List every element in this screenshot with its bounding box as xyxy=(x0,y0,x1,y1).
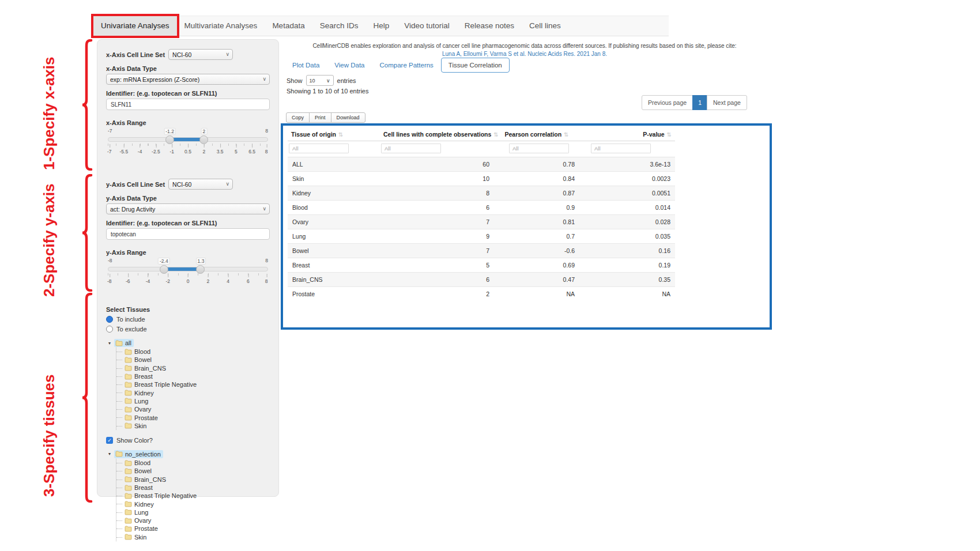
radio-to-include[interactable]: To include xyxy=(106,316,270,323)
table-row[interactable]: Skin100.840.0023 xyxy=(288,172,675,186)
folder-icon xyxy=(125,422,132,429)
sort-icon[interactable]: ⇅ xyxy=(667,131,672,138)
slider-track[interactable] xyxy=(108,137,268,142)
tab-tissue-correlation[interactable]: Tissue Correlation xyxy=(441,58,510,73)
tree-item[interactable]: Lung xyxy=(116,397,270,405)
table-row[interactable]: Prostate2NANA xyxy=(288,287,675,301)
tree-item[interactable]: Blood xyxy=(116,459,270,467)
table-row[interactable]: Bowel7-0.60.16 xyxy=(288,244,675,258)
tissue-correlation-table: Tissue of origin⇅ Cell lines with comple… xyxy=(288,127,675,301)
checkbox-checked-icon: ✓ xyxy=(106,437,113,444)
tree-item[interactable]: Lung xyxy=(116,508,270,516)
nav-cell-lines[interactable]: Cell lines xyxy=(522,16,568,36)
filter-tissue-input[interactable] xyxy=(289,144,349,153)
table-row[interactable]: Brain_CNS60.470.35 xyxy=(288,273,675,287)
nav-help[interactable]: Help xyxy=(365,16,397,36)
nav-univariate-analyses[interactable]: Univariate Analyses xyxy=(93,16,177,36)
x-cell-line-set-select[interactable]: NCI-60 ∨ xyxy=(168,49,233,60)
col-header-pvalue[interactable]: P-value⇅ xyxy=(579,127,675,141)
top-nav: Univariate Analyses Multivariate Analyse… xyxy=(92,16,669,36)
col-header-pearson[interactable]: Pearson correlation⇅ xyxy=(494,127,579,141)
nav-video-tutorial[interactable]: Video tutorial xyxy=(397,16,457,36)
folder-icon xyxy=(125,382,132,388)
table-row[interactable]: Blood60.90.014 xyxy=(288,201,675,215)
tree-item[interactable]: Kidney xyxy=(116,500,270,508)
nav-multivariate-analyses[interactable]: Multivariate Analyses xyxy=(177,16,265,36)
x-data-type-select[interactable]: exp: mRNA Expression (Z-Score) ∨ xyxy=(106,74,270,85)
tree-item[interactable]: Prostate xyxy=(116,524,270,533)
tree-item[interactable]: Prostate xyxy=(116,413,270,421)
radio-to-exclude[interactable]: To exclude xyxy=(106,326,270,333)
slider-handle-low[interactable] xyxy=(165,135,174,144)
col-header-tissue[interactable]: Tissue of origin⇅ xyxy=(288,127,380,141)
slider-tick-labels: -7 -5.5 -4 -2.5 -1 0.5 2 3.5 5 6.5 8 xyxy=(108,149,268,156)
tree-item[interactable]: Breast Triple Negative xyxy=(116,380,270,388)
nav-search-ids[interactable]: Search IDs xyxy=(312,16,366,36)
caret-down-icon[interactable]: ▾ xyxy=(107,341,112,346)
tree-root-no-selection[interactable]: ▾ no_selection xyxy=(107,450,270,459)
y-data-type-select[interactable]: act: Drug Activity ∨ xyxy=(106,203,270,214)
tree-item[interactable]: Brain_CNS xyxy=(116,475,270,484)
folder-icon xyxy=(125,460,132,466)
y-cell-line-set-select[interactable]: NCI-60 ∨ xyxy=(168,179,233,190)
filter-pearson-input[interactable] xyxy=(509,144,569,153)
entries-count-select[interactable]: 10 ∨ xyxy=(306,75,334,86)
tree-item[interactable]: Breast xyxy=(116,372,270,380)
tree-item[interactable]: Blood xyxy=(116,348,270,356)
show-color-checkbox[interactable]: ✓ Show Color? xyxy=(106,437,270,444)
slider-handle-high[interactable] xyxy=(199,135,208,144)
print-button[interactable]: Print xyxy=(309,112,331,123)
filter-cell-lines-input[interactable] xyxy=(381,144,441,153)
x-identifier-input[interactable] xyxy=(106,99,270,110)
y-axis-range-slider[interactable]: -8 8 -2.4 1.3 -8 -6 -4 -2 0 2 4 6 8 xyxy=(108,258,268,291)
citation-link[interactable]: Luna A, Elloumi F, Varma S et al. Nuclei… xyxy=(442,51,607,57)
download-button[interactable]: Download xyxy=(331,112,365,123)
tree-item[interactable]: Breast xyxy=(116,484,270,492)
slider-handle-low[interactable] xyxy=(160,265,168,274)
tree-item[interactable]: Brain_CNS xyxy=(116,364,270,372)
tree-item[interactable]: Skin xyxy=(116,533,270,541)
y-identifier-input[interactable] xyxy=(106,228,270,240)
tree-item[interactable]: Kidney xyxy=(116,388,270,397)
nav-metadata[interactable]: Metadata xyxy=(265,16,312,36)
tree-root-all[interactable]: ▾ all xyxy=(107,338,270,348)
tree-item[interactable]: Skin xyxy=(116,422,270,430)
slider-value-low: -1.2 xyxy=(164,128,176,135)
caret-down-icon[interactable]: ▾ xyxy=(107,451,112,456)
copy-button[interactable]: Copy xyxy=(286,112,310,123)
folder-icon xyxy=(125,534,132,540)
sort-icon[interactable]: ⇅ xyxy=(338,131,343,138)
previous-page-button[interactable]: Previous page xyxy=(642,95,693,110)
tab-plot-data[interactable]: Plot Data xyxy=(285,58,327,72)
tab-compare-patterns[interactable]: Compare Patterns xyxy=(372,58,441,72)
annotation-step3: 3-Specify tissues xyxy=(40,375,58,497)
tab-view-data[interactable]: View Data xyxy=(327,58,372,72)
tree-item[interactable]: Ovary xyxy=(116,516,270,524)
brace-step2 xyxy=(81,174,93,292)
tree-item[interactable]: Breast Triple Negative xyxy=(116,492,270,500)
page-1-button[interactable]: 1 xyxy=(692,95,707,110)
folder-icon xyxy=(125,390,132,396)
sort-icon[interactable]: ⇅ xyxy=(564,131,568,138)
showing-entries-text: Showing 1 to 10 of 10 entries xyxy=(287,88,368,95)
table-row[interactable]: Breast50.690.19 xyxy=(288,258,675,273)
sort-icon[interactable]: ⇅ xyxy=(493,131,498,138)
next-page-button[interactable]: Next page xyxy=(707,95,747,110)
citation-text: CellMinerCDB enables exploration and ana… xyxy=(300,42,749,50)
filter-pvalue-input[interactable] xyxy=(591,144,651,153)
tree-item[interactable]: Ovary xyxy=(116,405,270,413)
tree-item[interactable]: Bowel xyxy=(116,356,270,364)
col-header-cell-lines[interactable]: Cell lines with complete observations⇅ xyxy=(380,127,494,141)
slider-track[interactable] xyxy=(108,267,268,271)
nav-release-notes[interactable]: Release notes xyxy=(457,16,522,36)
x-axis-range-slider[interactable]: -7 8 -1.2 2 -7 -5.5 -4 -2.5 -1 0.5 2 3.5… xyxy=(108,128,268,161)
table-row[interactable]: Kidney80.870.0051 xyxy=(288,186,675,201)
slider-fill xyxy=(164,267,201,271)
slider-handle-high[interactable] xyxy=(196,265,205,274)
folder-icon xyxy=(125,485,132,491)
tree-item[interactable]: Bowel xyxy=(116,467,270,475)
y-data-type-label: y-Axis Data Type xyxy=(106,195,270,202)
table-row[interactable]: ALL600.783.6e-13 xyxy=(288,157,675,172)
table-row[interactable]: Ovary70.810.028 xyxy=(288,215,675,229)
table-row[interactable]: Lung90.70.035 xyxy=(288,229,675,244)
